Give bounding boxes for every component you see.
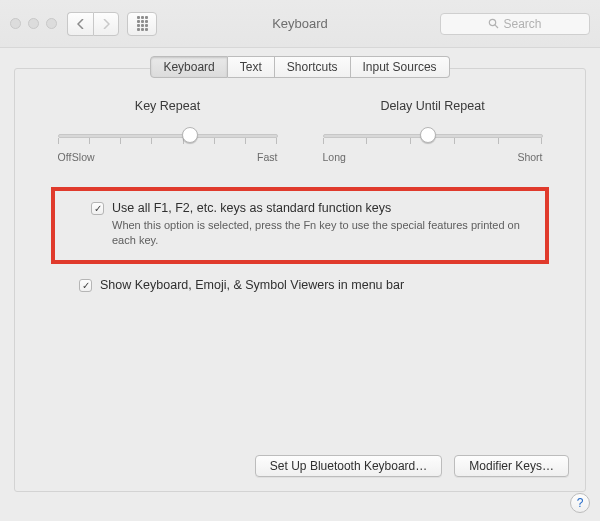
window-controls [10,18,57,29]
key-repeat-left-label: Off [58,151,72,163]
delay-repeat-block: Delay Until Repeat Long Short [323,99,543,163]
key-repeat-title: Key Repeat [58,99,278,113]
delay-repeat-left-label: Long [323,151,346,163]
minimize-window-icon[interactable] [28,18,39,29]
fn-keys-checkbox[interactable]: ✓ [91,202,104,215]
key-repeat-block: Key Repeat Off Slow Fast [58,99,278,163]
delay-repeat-slider[interactable] [323,125,543,147]
titlebar: Keyboard Search [0,0,600,48]
close-window-icon[interactable] [10,18,21,29]
search-placeholder: Search [503,17,541,31]
zoom-window-icon[interactable] [46,18,57,29]
key-repeat-mid-label: Slow [72,151,95,163]
back-button[interactable] [67,12,93,36]
show-all-prefs-button[interactable] [127,12,157,36]
key-repeat-slider[interactable] [58,125,278,147]
tab-text[interactable]: Text [228,56,275,78]
delay-repeat-right-label: Short [517,151,542,163]
tab-shortcuts[interactable]: Shortcuts [275,56,351,78]
nav-buttons [67,12,119,36]
setup-bluetooth-button[interactable]: Set Up Bluetooth Keyboard… [255,455,442,477]
slider-ticks [58,130,278,142]
tab-input-sources[interactable]: Input Sources [351,56,450,78]
bottom-buttons: Set Up Bluetooth Keyboard… Modifier Keys… [255,455,569,477]
tab-bar: Keyboard Text Shortcuts Input Sources [15,56,585,78]
search-field[interactable]: Search [440,13,590,35]
sliders-row: Key Repeat Off Slow Fast Delay Until Rep… [35,99,565,163]
fn-keys-label: Use all F1, F2, etc. keys as standard fu… [112,201,533,215]
forward-button[interactable] [93,12,119,36]
svg-line-1 [496,25,499,28]
search-icon [488,18,499,29]
help-button[interactable]: ? [570,493,590,513]
svg-point-0 [490,19,496,25]
highlighted-option: ✓ Use all F1, F2, etc. keys as standard … [51,187,549,264]
preferences-panel: Keyboard Text Shortcuts Input Sources Ke… [14,68,586,492]
show-viewers-checkbox[interactable]: ✓ [79,279,92,292]
chevron-right-icon [102,19,110,29]
key-repeat-right-label: Fast [257,151,277,163]
tab-keyboard[interactable]: Keyboard [150,56,227,78]
chevron-left-icon [77,19,85,29]
slider-knob[interactable] [420,127,436,143]
slider-knob[interactable] [182,127,198,143]
modifier-keys-button[interactable]: Modifier Keys… [454,455,569,477]
fn-keys-subtext: When this option is selected, press the … [112,218,533,248]
show-viewers-label: Show Keyboard, Emoji, & Symbol Viewers i… [100,278,404,292]
delay-repeat-title: Delay Until Repeat [323,99,543,113]
grid-icon [137,16,148,31]
